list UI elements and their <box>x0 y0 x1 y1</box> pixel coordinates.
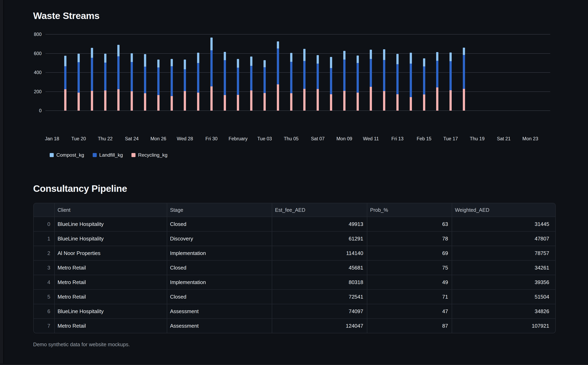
bar-segment-recycling_kg <box>357 93 359 111</box>
prob-cell: 49 <box>367 275 452 289</box>
table-row: 6BlueLine HospitalityAssessment740974734… <box>34 304 555 319</box>
bar-segment-landfill_kg <box>357 63 359 93</box>
column-header: Est_fee_AED <box>272 203 367 217</box>
chart-legend: Compost_kgLandfill_kgRecycling_kg <box>50 152 167 158</box>
bar-segment-recycling_kg <box>250 91 252 111</box>
bar-segment-landfill_kg <box>184 69 186 91</box>
bar-segment-landfill_kg <box>410 63 412 97</box>
bar-segment-recycling_kg <box>330 94 332 111</box>
bar-segment-recycling_kg <box>64 89 66 111</box>
row-index: 6 <box>34 304 55 318</box>
bar-segment-compost_kg <box>224 52 226 60</box>
client-cell: Metro Retail <box>55 275 167 289</box>
table-row: 7Metro RetailAssessment12404787107921 <box>34 319 555 333</box>
bar-segment-landfill_kg <box>210 50 213 86</box>
row-index: 2 <box>34 246 55 260</box>
bar-segment-recycling_kg <box>104 91 106 111</box>
est-fee-cell: 114140 <box>272 246 367 260</box>
weighted-cell: 107921 <box>452 319 553 333</box>
table-title: Consultancy Pipeline <box>33 183 127 194</box>
stage-cell: Closed <box>167 290 272 304</box>
row-index: 1 <box>34 232 55 246</box>
bar-segment-recycling_kg <box>131 91 133 111</box>
prob-cell: 71 <box>367 290 452 304</box>
bar-segment-compost_kg <box>357 56 359 63</box>
column-header: Client <box>55 203 167 217</box>
bar-segment-compost_kg <box>410 53 412 63</box>
chart-title: Waste Streams <box>33 10 99 21</box>
bar-segment-landfill_kg <box>396 64 399 94</box>
y-axis-label: 0 <box>19 108 42 114</box>
bar-segment-compost_kg <box>463 48 465 55</box>
prob-cell: 75 <box>367 261 452 275</box>
bar-segment-compost_kg <box>423 58 425 66</box>
table-row: 1BlueLine HospitalityDiscovery6129178478… <box>34 232 555 246</box>
est-fee-cell: 61291 <box>272 232 367 246</box>
legend-swatch-icon <box>93 153 97 157</box>
bar-segment-recycling_kg <box>184 91 186 111</box>
stage-cell: Closed <box>167 261 272 275</box>
bar-segment-recycling_kg <box>383 91 385 111</box>
prob-cell: 63 <box>367 217 452 231</box>
prob-cell: 69 <box>367 246 452 260</box>
bar-segment-landfill_kg <box>383 60 385 91</box>
legend-item-recycling_kg: Recycling_kg <box>132 152 168 158</box>
bar-segment-landfill_kg <box>343 60 345 91</box>
bar-segment-compost_kg <box>104 54 106 62</box>
bar-segment-recycling_kg <box>197 93 199 111</box>
bar-segment-landfill_kg <box>64 66 66 89</box>
est-fee-cell: 72541 <box>272 290 367 304</box>
y-axis-label: 800 <box>19 31 42 37</box>
prob-cell: 78 <box>367 232 452 246</box>
weighted-cell: 34261 <box>452 261 553 275</box>
bar-segment-compost_kg <box>303 49 306 61</box>
y-axis-label: 400 <box>19 70 42 76</box>
bar-segment-recycling_kg <box>396 94 399 111</box>
bar-segment-compost_kg <box>144 54 146 67</box>
bar-segment-recycling_kg <box>210 86 213 111</box>
weighted-cell: 51504 <box>452 290 553 304</box>
gridline <box>45 91 550 92</box>
est-fee-cell: 49913 <box>272 217 367 231</box>
bar-segment-recycling_kg <box>91 91 93 111</box>
row-index: 0 <box>34 217 55 231</box>
bar-segment-landfill_kg <box>171 66 173 96</box>
bar-segment-compost_kg <box>370 50 372 59</box>
bar-segment-compost_kg <box>64 56 66 66</box>
bar-segment-landfill_kg <box>117 56 119 89</box>
bar-segment-compost_kg <box>210 38 213 50</box>
bar-segment-landfill_kg <box>317 63 319 89</box>
bar-segment-recycling_kg <box>224 95 226 111</box>
column-header: Weighted_AED <box>452 203 553 217</box>
bar-segment-landfill_kg <box>264 67 266 93</box>
client-cell: Metro Retail <box>55 319 167 333</box>
weighted-cell: 39356 <box>452 275 553 289</box>
bar-segment-recycling_kg <box>117 89 119 111</box>
bar-segment-landfill_kg <box>237 68 239 95</box>
bar-segment-recycling_kg <box>157 95 160 111</box>
prob-cell: 87 <box>367 319 452 333</box>
row-index: 4 <box>34 275 55 289</box>
row-index: 5 <box>34 290 55 304</box>
bar-segment-recycling_kg <box>343 91 345 111</box>
weighted-cell: 47807 <box>452 232 553 246</box>
column-header: Stage <box>167 203 272 217</box>
table-row: 0BlueLine HospitalityClosed499136331445 <box>34 217 555 232</box>
weighted-cell: 31445 <box>452 217 553 231</box>
bar-segment-landfill_kg <box>370 59 372 87</box>
bar-segment-compost_kg <box>91 48 93 58</box>
dashboard-page: Waste Streams 0200400600800Jan 18Tue 20T… <box>0 0 588 365</box>
client-cell: BlueLine Hospitality <box>55 232 167 246</box>
bar-segment-compost_kg <box>317 55 319 64</box>
est-fee-cell: 74097 <box>272 304 367 318</box>
gridline <box>45 110 550 111</box>
bar-segment-compost_kg <box>396 54 399 64</box>
bar-segment-landfill_kg <box>436 61 438 87</box>
gridline <box>45 34 550 35</box>
bar-segment-landfill_kg <box>131 62 133 91</box>
bar-segment-recycling_kg <box>436 87 438 111</box>
table-row: 5Metro RetailClosed725417151504 <box>34 290 555 304</box>
bar-segment-recycling_kg <box>449 90 452 111</box>
bar-segment-compost_kg <box>277 41 279 49</box>
y-axis-label: 600 <box>19 50 42 56</box>
